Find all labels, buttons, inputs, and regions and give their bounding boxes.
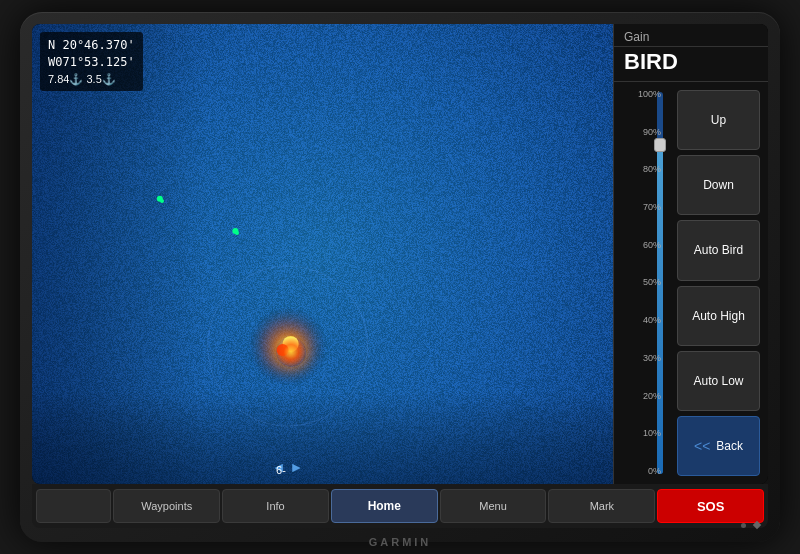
sos-button[interactable]: SOS xyxy=(657,489,764,523)
mark-button[interactable]: Mark xyxy=(548,489,655,523)
auto-low-button[interactable]: Auto Low xyxy=(677,351,760,411)
up-button[interactable]: Up xyxy=(677,90,760,150)
gain-buttons-group: Up Down Auto Bird Auto High Auto Low << … xyxy=(669,82,768,484)
back-arrows-icon: << xyxy=(694,438,710,454)
blank-button[interactable] xyxy=(36,489,111,523)
scale-40: 40% xyxy=(643,316,661,325)
longitude-display: W071°53.125' xyxy=(48,54,135,71)
waypoints-button[interactable]: Waypoints xyxy=(113,489,220,523)
gain-scale: 100% 90% 80% 70% 60% 50% 40% 30% 20% 10%… xyxy=(614,82,669,484)
scale-labels: 100% 90% 80% 70% 60% 50% 40% 30% 20% 10%… xyxy=(638,90,661,476)
indicator-diamond xyxy=(753,521,761,529)
garmin-brand: GARMIN xyxy=(32,533,768,551)
range-marker: 6- xyxy=(276,464,286,476)
radar-dot-2 xyxy=(235,231,239,235)
screen-area: N 20°46.370' W071°53.125' 7.84⚓ 3.5⚓ 6- xyxy=(32,24,768,484)
radar-overlay: N 20°46.370' W071°53.125' 7.84⚓ 3.5⚓ 6- xyxy=(32,24,613,484)
auto-bird-button[interactable]: Auto Bird xyxy=(677,220,760,280)
back-button[interactable]: << Back xyxy=(677,416,760,476)
bottom-indicators xyxy=(741,522,760,528)
down-button[interactable]: Down xyxy=(677,155,760,215)
scale-70: 70% xyxy=(643,203,661,212)
right-panel: Gain BIRD 100% 90% 80% 70% 60% 50% 40% xyxy=(613,24,768,484)
gain-mode-display: BIRD xyxy=(614,47,768,82)
gain-controls: 100% 90% 80% 70% 60% 50% 40% 30% 20% 10%… xyxy=(614,82,768,484)
scale-0: 0% xyxy=(648,467,661,476)
scale-10: 10% xyxy=(643,429,661,438)
home-button[interactable]: Home xyxy=(331,489,438,523)
menu-button[interactable]: Menu xyxy=(440,489,547,523)
coordinates-overlay: N 20°46.370' W071°53.125' 7.84⚓ 3.5⚓ xyxy=(40,32,143,91)
info-button[interactable]: Info xyxy=(222,489,329,523)
scale-50: 50% xyxy=(643,278,661,287)
scale-bar-container: 100% 90% 80% 70% 60% 50% 40% 30% 20% 10%… xyxy=(620,90,663,476)
scale-90: 90% xyxy=(643,128,661,137)
device-frame: N 20°46.370' W071°53.125' 7.84⚓ 3.5⚓ 6- xyxy=(20,12,780,542)
scale-20: 20% xyxy=(643,392,661,401)
scale-30: 30% xyxy=(643,354,661,363)
scale-60: 60% xyxy=(643,241,661,250)
radar-target xyxy=(276,337,306,367)
radar-canvas: N 20°46.370' W071°53.125' 7.84⚓ 3.5⚓ 6- xyxy=(32,24,613,484)
scale-80: 80% xyxy=(643,165,661,174)
gain-header-label: Gain xyxy=(614,24,768,47)
auto-high-button[interactable]: Auto High xyxy=(677,286,760,346)
garmin-logo: GARMIN xyxy=(369,536,432,548)
scale-100: 100% xyxy=(638,90,661,99)
radar-dot-1 xyxy=(160,199,164,203)
latitude-display: N 20°46.370' xyxy=(48,37,135,54)
speed-display: 7.84⚓ 3.5⚓ xyxy=(48,73,135,86)
bottom-toolbar: Waypoints Info Home Menu Mark SOS xyxy=(32,484,768,528)
indicator-dot-1 xyxy=(741,523,746,528)
